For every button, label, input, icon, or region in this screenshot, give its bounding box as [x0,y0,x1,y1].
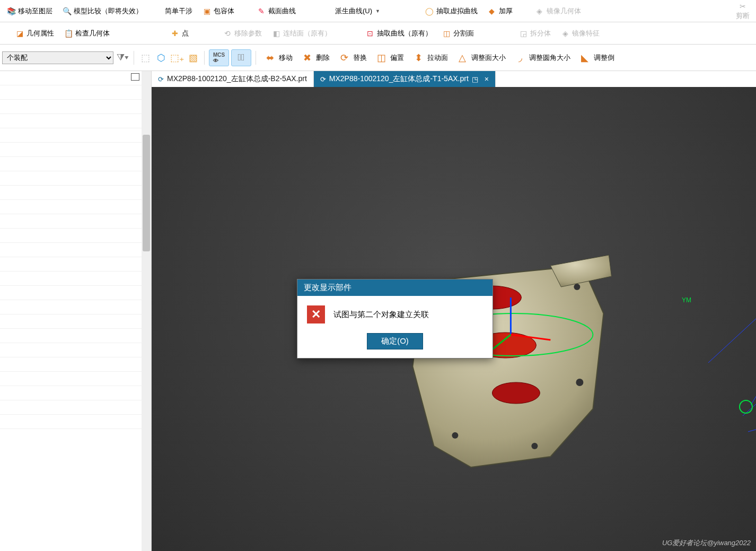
ribbon-row-2: ◪ 几何属性 📋 检查几何体 ✚ 点 ⟲ 移除参数 ◧ 连结面（原有） ⊡ 抽取… [0,22,756,45]
cmd-split-body: ◲ 拆分体 [515,27,554,40]
cmd-replace-face[interactable]: ⟳ 替换 [335,50,370,66]
cmd-geom-props[interactable]: ◪ 几何属性 [12,27,57,40]
cmd-simple-interference[interactable]: 简单干涉 [162,5,196,18]
selection-mode-icon[interactable]: ⬚ [138,51,152,65]
tree-row[interactable] [0,214,142,229]
cmd-label: 移动至图层 [18,6,52,16]
svg-line-12 [708,235,756,363]
cmd-label: 加厚 [499,6,513,16]
cube-plus-icon[interactable]: ⬚₊ [170,51,184,65]
refresh-icon: ⟳ [158,75,164,83]
tree-row[interactable] [0,85,142,100]
tree-row[interactable] [0,100,142,114]
popout-icon[interactable]: ◳ [472,75,478,83]
cmd-label: 检查几何体 [75,29,110,38]
svg-point-5 [576,379,583,386]
mirror-feature-icon: ◈ [560,29,570,38]
cmd-label: 拆分体 [530,29,551,38]
axis-label-ym: YM [682,296,691,304]
tree-row[interactable] [0,329,142,343]
cmd-label: 连结面（原有） [283,29,331,38]
tree-row[interactable] [0,286,142,300]
cmd-move-to-layer[interactable]: 📚 移动至图层 [3,5,56,18]
tree-row[interactable] [0,372,142,386]
cmd-label: 简单干涉 [165,6,192,16]
tab-file-1[interactable]: ⟳ MX2P88-1002120_左缸体总成-B2-5AX.prt [152,71,314,87]
ribbon-row-1: 📚 移动至图层 🔍 模型比较（即将失效） 简单干涉 ▣ 包容体 ✎ 截面曲线 派… [0,0,756,22]
cmd-model-compare[interactable]: 🔍 模型比较（即将失效） [59,5,146,18]
tree-row[interactable] [0,71,142,85]
visibility-toggle[interactable]: 👁̸ [231,49,251,66]
extract-orig-icon: ⊡ [365,29,375,38]
mcs-toggle[interactable]: MCS👁 [209,49,229,66]
split-face-icon: ◫ [442,29,451,38]
hexagon-icon[interactable]: ⬡ [154,51,168,65]
tab-file-2[interactable]: ⟳ MX2P88-1002120_左缸体总成-T1-5AX.prt ◳ × [314,71,496,87]
document-tab-strip: ⟳ MX2P88-1002120_左缸体总成-B2-5AX.prt ⟳ MX2P… [152,71,756,87]
cmd-move-face[interactable]: ⬌ 移动 [260,50,295,66]
delete-icon: ✖ [300,51,314,65]
cmd-extract-curve-orig[interactable]: ⊡ 抽取曲线（原有） [362,27,435,40]
cmd-label: 拉动面 [427,53,448,63]
cmd-label: 镜像特征 [572,29,600,38]
tree-row[interactable] [0,243,142,257]
cmd-resize-fillet[interactable]: ◞ 调整圆角大小 [511,50,573,66]
cmd-extract-virtual-curve[interactable]: ◯ 抽取虚拟曲线 [421,5,481,18]
tree-row[interactable] [0,415,142,429]
chevron-down-icon: ▼ [375,8,380,14]
part-navigator-tree[interactable] [0,71,142,551]
assembly-scope-select[interactable]: 个装配 [2,51,113,64]
cmd-resize-chamfer[interactable]: ◣ 调整倒 [575,50,617,66]
cmd-split-face[interactable]: ◫ 分割面 [438,27,477,40]
cmd-label: 调整圆角大小 [529,53,570,63]
separator [256,51,256,65]
cmd-label: 替换 [353,53,367,63]
cube-front-icon[interactable]: ▧ [186,51,200,65]
tree-row[interactable] [0,314,142,329]
clip-icon: ✂ [738,2,748,11]
tree-row[interactable] [0,257,142,272]
close-icon[interactable]: × [485,75,489,83]
tree-row[interactable] [0,357,142,372]
tree-row[interactable] [0,171,142,186]
cmd-point[interactable]: ✚ 点 [167,27,192,40]
tab-label: MX2P88-1002120_左缸体总成-B2-5AX.prt [167,74,307,84]
cmd-delete-face[interactable]: ✖ 删除 [297,50,332,66]
cmd-bounding-body[interactable]: ▣ 包容体 [199,5,238,18]
tree-row[interactable] [0,386,142,400]
tree-row[interactable] [0,114,142,128]
cmd-mirror-feature: ◈ 镜像特征 [557,27,603,40]
ok-button[interactable]: 确定(O) [367,333,423,349]
cmd-label: 截面曲线 [268,6,296,16]
scrollbar-thumb[interactable] [143,135,150,251]
error-icon: ✕ [307,305,325,323]
watermark: UG爱好者论坛@yiwang2022 [662,538,751,548]
maximize-icon[interactable] [131,73,139,81]
cmd-offset-face[interactable]: ◫ 偏置 [372,50,407,66]
cmd-thicken[interactable]: ◆ 加厚 [484,5,516,18]
tree-row[interactable] [0,157,142,171]
filter-icon[interactable]: ⧩▾ [116,51,129,65]
tree-row[interactable] [0,128,142,143]
resize-chamfer-icon: ◣ [578,51,592,65]
tree-row[interactable] [0,186,142,200]
tree-row[interactable] [0,400,142,415]
tree-row[interactable] [0,143,142,157]
cmd-label: 剪断 [736,11,750,21]
tree-row[interactable] [0,272,142,286]
svg-point-6 [452,432,458,439]
cmd-pull-face[interactable]: ⬍ 拉动面 [409,50,451,66]
cmd-section-curve[interactable]: ✎ 截面曲线 [253,5,299,18]
cmd-remove-params: ⟲ 移除参数 [219,27,265,40]
cmd-inspect-geom[interactable]: 📋 检查几何体 [60,27,113,40]
tree-row[interactable] [0,200,142,214]
tree-row[interactable] [0,343,142,357]
tree-row[interactable] [0,300,142,314]
command-strip: 个装配 ⧩▾ ⬚ ⬡ ⬚₊ ▧ MCS👁 👁̸ ⬌ 移动 ✖ 删除 ⟳ 替换 ◫… [0,45,756,71]
cmd-resize-face[interactable]: △ 调整面大小 [453,50,508,66]
cmd-derived-curve[interactable]: 派生曲线(U) ▼ [332,5,383,18]
tree-row[interactable] [0,229,142,243]
resize-face-icon: △ [455,51,469,65]
cmd-label: 模型比较（即将失效） [74,6,143,16]
scrollbar[interactable] [142,71,151,551]
